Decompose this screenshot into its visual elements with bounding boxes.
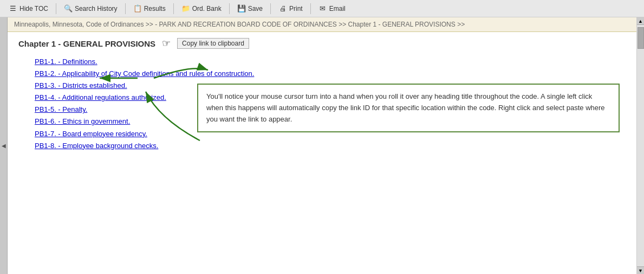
toolbar-separator-4	[229, 3, 230, 14]
scroll-content[interactable]: Chapter 1 - GENERAL PROVISIONS ☞ Copy li…	[8, 32, 636, 274]
scrollbar-up-button[interactable]: ▲	[637, 17, 645, 25]
toc-item-8[interactable]: PB1-8. - Employee background checks.	[35, 140, 626, 152]
chapter-heading: Chapter 1 - GENERAL PROVISIONS ☞ Copy li…	[18, 37, 626, 49]
content-area: Minneapolis, Minnesota, Code of Ordinanc…	[8, 17, 636, 274]
scrollbar-down-button[interactable]: ▼	[637, 266, 645, 274]
toc-item-2[interactable]: PB1-2. - Applicability of City Code defi…	[35, 68, 626, 80]
breadcrumb-sep-2: >>	[339, 21, 348, 28]
toc-item-1[interactable]: PB1-1. - Definitions.	[35, 56, 626, 68]
chapter-title: Chapter 1 - GENERAL PROVISIONS	[18, 39, 155, 48]
toolbar-separator	[56, 3, 56, 14]
email-button[interactable]: ✉ Email	[314, 3, 350, 15]
hide-toc-icon: ☰	[9, 4, 17, 13]
scrollbar-thumb[interactable]	[638, 27, 644, 49]
toolbar-separator-5	[270, 3, 271, 14]
save-button[interactable]: 💾 Save	[233, 3, 267, 15]
breadcrumb-sep-3: >>	[457, 21, 465, 28]
main-wrapper: ◀ Minneapolis, Minnesota, Code of Ordina…	[0, 17, 644, 274]
search-history-button[interactable]: 🔍 Search History	[60, 3, 122, 15]
breadcrumb-part-2: - PARK AND RECREATION BOARD CODE OF ORDI…	[155, 21, 337, 28]
toolbar-separator-6	[310, 3, 311, 14]
toolbar-separator-3	[173, 3, 174, 14]
print-button[interactable]: 🖨 Print	[274, 3, 307, 15]
results-icon: 📋	[133, 4, 142, 13]
copy-link-button[interactable]: Copy link to clipboard	[177, 38, 249, 49]
breadcrumb-sep-1: >>	[146, 21, 155, 28]
toolbar-separator-2	[125, 3, 126, 14]
toolbar: ☰ Hide TOC 🔍 Search History 📋 Results 📁 …	[0, 0, 644, 17]
breadcrumb-home-link[interactable]: Minneapolis, Minnesota, Code of Ordinanc…	[14, 21, 144, 28]
left-collapse-tab[interactable]: ◀	[0, 17, 8, 274]
ord-bank-icon: 📁	[181, 4, 190, 13]
results-button[interactable]: 📋 Results	[129, 3, 170, 15]
cursor-hand-icon: ☞	[162, 37, 171, 49]
tooltip-box: You'll notice your mouse cursor turn int…	[197, 84, 620, 132]
search-history-icon: 🔍	[64, 4, 73, 13]
breadcrumb: Minneapolis, Minnesota, Code of Ordinanc…	[8, 17, 636, 32]
tooltip-text: You'll notice your mouse cursor turn int…	[206, 92, 605, 123]
breadcrumb-part-3: Chapter 1 - GENERAL PROVISIONS	[348, 21, 455, 28]
print-icon: 🖨	[278, 4, 287, 13]
email-icon: ✉	[318, 4, 327, 13]
save-icon: 💾	[237, 4, 246, 13]
hide-toc-button[interactable]: ☰ Hide TOC	[4, 3, 53, 15]
right-scrollbar: ▲ ▼	[636, 17, 644, 274]
ord-bank-button[interactable]: 📁 Ord. Bank	[177, 3, 226, 15]
